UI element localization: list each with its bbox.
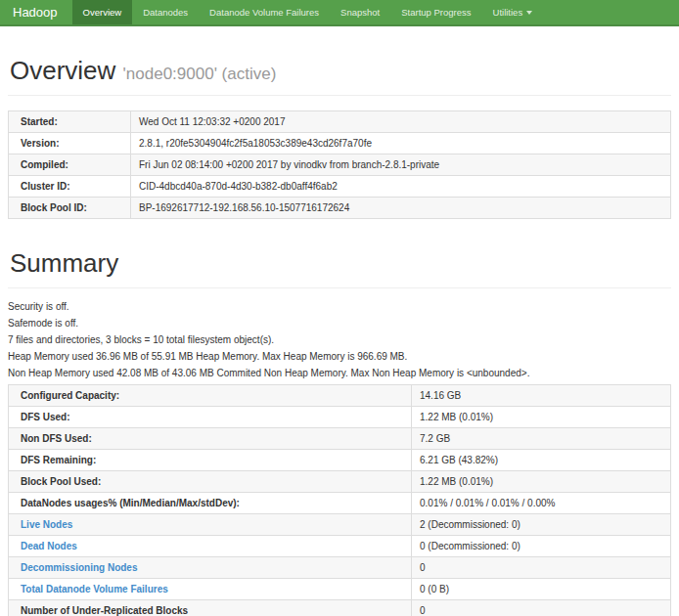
row-label: Live Nodes	[9, 513, 412, 535]
row-label: Block Pool Used:	[9, 470, 412, 492]
table-row: Dead Nodes0 (Decommissioned: 0)	[9, 535, 671, 556]
navbar-menu: OverviewDatanodesDatanode Volume Failure…	[72, 0, 544, 24]
overview-title-text: Overview	[10, 56, 115, 85]
row-label-link[interactable]: Total Datanode Volume Failures	[21, 584, 168, 594]
row-value: Fri Jun 02 08:14:00 +0200 2017 by vinodk…	[131, 154, 671, 175]
row-label: Configured Capacity:	[9, 384, 412, 406]
row-label: Number of Under-Replicated Blocks	[9, 599, 412, 616]
row-label-link[interactable]: Decommissioning Nodes	[21, 562, 137, 573]
row-label: Cluster ID:	[9, 175, 131, 197]
row-value: 6.21 GB (43.82%)	[412, 449, 671, 470]
row-value: CID-4dbcd40a-870d-4d30-b382-db0aff4f6ab2	[131, 175, 671, 197]
row-value: 1.22 MB (0.01%)	[412, 406, 671, 427]
row-value: 14.16 GB	[412, 384, 671, 406]
nav-link-overview[interactable]: Overview	[72, 0, 133, 24]
row-value: 2 (Decommissioned: 0)	[412, 513, 671, 535]
summary-line: Heap Memory used 36.96 MB of 55.91 MB He…	[8, 351, 671, 362]
table-row: Live Nodes2 (Decommissioned: 0)	[9, 513, 671, 535]
nav-link-datanodes[interactable]: Datanodes	[132, 0, 199, 24]
table-row: Total Datanode Volume Failures0 (0 B)	[9, 578, 671, 599]
table-row: Started:Wed Oct 11 12:03:32 +0200 2017	[9, 110, 671, 132]
overview-title: Overview 'node0:9000' (active)	[10, 57, 671, 86]
row-label: Decommissioning Nodes	[9, 556, 412, 578]
row-label: Dead Nodes	[9, 535, 412, 556]
table-row: Compiled:Fri Jun 02 08:14:00 +0200 2017 …	[9, 154, 671, 175]
row-label: DataNodes usages% (Min/Median/Max/stdDev…	[9, 492, 412, 513]
navbar-brand[interactable]: Hadoop	[0, 0, 72, 24]
caret-down-icon	[526, 11, 532, 15]
row-value: 0 (0 B)	[412, 578, 671, 599]
overview-table: Started:Wed Oct 11 12:03:32 +0200 2017Ve…	[8, 110, 671, 219]
nav-link-snapshot[interactable]: Snapshot	[330, 0, 390, 24]
summary-line: Safemode is off.	[8, 318, 671, 329]
row-label: Total Datanode Volume Failures	[9, 578, 412, 599]
row-value: 0.01% / 0.01% / 0.01% / 0.00%	[412, 492, 671, 513]
table-row: Non DFS Used:7.2 GB	[9, 427, 671, 449]
summary-line: Non Heap Memory used 42.08 MB of 43.06 M…	[8, 368, 671, 378]
row-label-link[interactable]: Live Nodes	[21, 519, 72, 530]
nav-item-snapshot: Snapshot	[330, 0, 390, 24]
row-label: Version:	[9, 132, 131, 154]
summary-paragraphs: Security is off.Safemode is off.7 files …	[8, 301, 671, 378]
table-row: DFS Used:1.22 MB (0.01%)	[9, 406, 671, 427]
row-value: 0	[412, 599, 671, 616]
row-label: Block Pool ID:	[9, 197, 131, 218]
row-label: Started:	[9, 110, 131, 132]
table-row: Number of Under-Replicated Blocks0	[9, 599, 671, 616]
nav-item-overview: Overview	[72, 0, 133, 24]
nav-link-startup-progress[interactable]: Startup Progress	[390, 0, 481, 24]
row-value: BP-1692617712-192.168.56.10-150771617262…	[131, 197, 671, 218]
summary-divider	[8, 287, 671, 288]
row-value: Wed Oct 11 12:03:32 +0200 2017	[131, 110, 671, 132]
table-row: DFS Remaining:6.21 GB (43.82%)	[9, 449, 671, 470]
table-row: Decommissioning Nodes0	[9, 556, 671, 578]
nav-link-utilities[interactable]: Utilities	[482, 0, 544, 24]
table-row: Cluster ID:CID-4dbcd40a-870d-4d30-b382-d…	[9, 175, 671, 197]
page-content: Overview 'node0:9000' (active) Started:W…	[0, 57, 679, 616]
row-value: 7.2 GB	[412, 427, 671, 449]
row-value: 0 (Decommissioned: 0)	[412, 535, 671, 556]
summary-title-text: Summary	[10, 248, 118, 278]
table-row: Version:2.8.1, r20fe5304904fc2f5a18053c3…	[9, 132, 671, 154]
table-row: DataNodes usages% (Min/Median/Max/stdDev…	[9, 492, 671, 513]
row-label: Non DFS Used:	[9, 427, 412, 449]
summary-title: Summary	[10, 249, 671, 279]
row-label: Compiled:	[9, 154, 131, 175]
nav-item-startup-progress: Startup Progress	[390, 0, 481, 24]
table-row: Block Pool ID:BP-1692617712-192.168.56.1…	[9, 197, 671, 218]
row-label: DFS Used:	[9, 406, 412, 427]
nav-link-datanode-volume-failures[interactable]: Datanode Volume Failures	[199, 0, 330, 24]
summary-line: 7 files and directories, 3 blocks = 10 t…	[8, 334, 671, 345]
nav-item-datanodes: Datanodes	[132, 0, 199, 24]
nav-item-utilities: Utilities	[482, 0, 544, 24]
navbar: Hadoop OverviewDatanodesDatanode Volume …	[0, 0, 679, 26]
overview-divider	[8, 95, 671, 96]
row-label-link[interactable]: Dead Nodes	[21, 541, 77, 551]
row-value: 2.8.1, r20fe5304904fc2f5a18053c389e43cd2…	[131, 132, 671, 154]
row-value: 1.22 MB (0.01%)	[412, 470, 671, 492]
namenode-address-label: 'node0:9000' (active)	[123, 65, 277, 83]
nav-item-datanode-volume-failures: Datanode Volume Failures	[199, 0, 330, 24]
row-value: 0	[412, 556, 671, 578]
table-row: Configured Capacity:14.16 GB	[9, 384, 671, 406]
summary-line: Security is off.	[8, 301, 671, 312]
row-label: DFS Remaining:	[9, 449, 412, 470]
table-row: Block Pool Used:1.22 MB (0.01%)	[9, 470, 671, 492]
summary-table: Configured Capacity:14.16 GBDFS Used:1.2…	[8, 384, 671, 616]
